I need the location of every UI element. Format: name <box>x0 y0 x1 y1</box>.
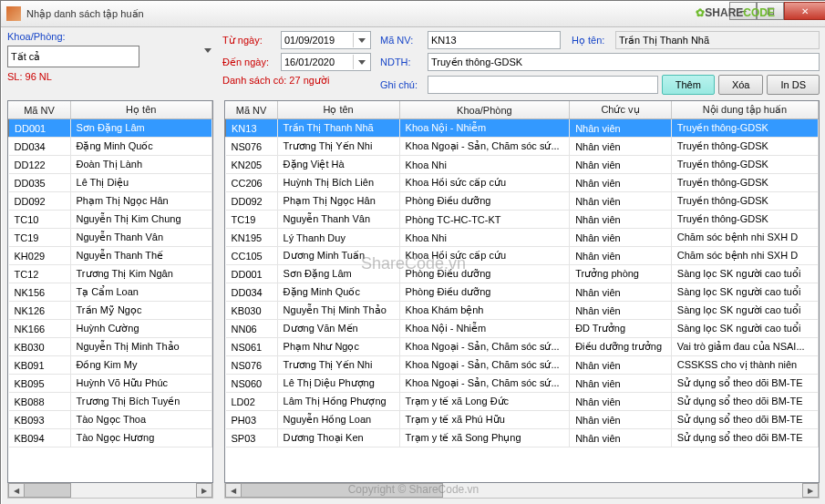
table-row[interactable]: DD092Phạm Thị Ngọc Hân <box>9 192 212 211</box>
xoa-button[interactable]: Xóa <box>718 75 764 95</box>
hoten-label: Họ tên: <box>572 35 612 46</box>
table-row[interactable]: DD001Sơn Đặng Lâm <box>9 119 212 138</box>
table-row[interactable]: KB094Tào Ngọc Hương <box>9 429 212 447</box>
staff-grid[interactable]: Mã NVHọ tênDD001Sơn Đặng LâmDD034Đặng Mi… <box>7 100 213 483</box>
col-header[interactable]: Họ tên <box>277 101 399 119</box>
table-row[interactable]: TC12Trương Thị Kim Ngân <box>9 265 212 283</box>
from-date-picker[interactable] <box>281 31 371 49</box>
table-row[interactable]: NS076Trương Thị Yến NhiKhoa Ngoại - Sản,… <box>226 138 819 156</box>
table-row[interactable]: TC10Nguyễn Thị Kim Chung <box>9 211 212 229</box>
table-row[interactable]: NK156Tạ Cẩm Loan <box>9 283 212 302</box>
ghichu-label: Ghi chú: <box>380 79 424 90</box>
col-header[interactable]: Họ tên <box>70 101 211 119</box>
table-row[interactable]: LD02Lâm Thị Hồng PhượngTrạm y tế xã Long… <box>226 393 819 411</box>
table-row[interactable]: KB030Nguyễn Thị Minh Thảo <box>9 338 212 356</box>
scroll-left-icon[interactable]: ◀ <box>8 483 25 498</box>
window-title: Nhập danh sách tập huấn <box>26 8 729 20</box>
to-date-label: Đến ngày: <box>222 57 277 68</box>
manv-label: Mã NV: <box>380 35 424 46</box>
from-date-input[interactable] <box>282 35 353 46</box>
table-row[interactable]: DD034Đặng Minh QuốcPhòng Điều dưỡngNhân … <box>226 283 819 302</box>
staff-grid-wrap: Mã NVHọ tênDD001Sơn Đặng LâmDD034Đặng Mi… <box>7 100 213 499</box>
ndth-input[interactable] <box>428 53 820 71</box>
khoa-phong-label: Khoa/Phòng: <box>7 31 66 42</box>
table-row[interactable]: SP03Dương Thoại KenTrạm y tế xã Song Phụ… <box>226 429 819 447</box>
table-row[interactable]: KB093Tào Ngọc Thoa <box>9 411 212 429</box>
hoten-input <box>615 31 820 49</box>
table-row[interactable]: KB088Trương Thị Bích Tuyền <box>9 393 212 411</box>
titlebar[interactable]: Nhập danh sách tập huấn ✿SHARECODE ─ ☐ ✕ <box>1 1 825 27</box>
list-count-label: Danh sách có: 27 người <box>222 75 329 87</box>
table-row[interactable]: PH03Nguyễn Hồng LoanTrạm y tế xã Phú Hữu… <box>226 411 819 429</box>
table-row[interactable]: NS060Lê Thị Diệu PhượngKhoa Ngoại - Sản,… <box>226 375 819 393</box>
table-row[interactable]: KB091Đồng Kim My <box>9 356 212 375</box>
app-icon <box>6 6 21 21</box>
close-button[interactable]: ✕ <box>784 2 825 20</box>
table-row[interactable]: DD122Đoàn Thị Lành <box>9 156 212 174</box>
grids-area: Mã NVHọ tênDD001Sơn Đặng LâmDD034Đặng Mi… <box>2 100 825 504</box>
table-row[interactable]: NK126Trần Mỹ Ngọc <box>9 302 212 320</box>
table-row[interactable]: NS076Trương Thị Yến NhiKhoa Ngoại - Sản,… <box>226 356 819 375</box>
scroll-thumb[interactable] <box>241 483 443 498</box>
calendar-icon[interactable] <box>353 55 370 69</box>
table-row[interactable]: NN06Dương Văn MếnKhoa Nội - NhiễmĐD Trưở… <box>226 320 819 338</box>
from-date-label: Từ ngày: <box>222 35 277 46</box>
table-row[interactable]: KB095Huỳnh Võ Hữu Phúc <box>9 375 212 393</box>
ndth-label: NDTH: <box>380 57 424 67</box>
to-date-picker[interactable] <box>281 53 371 71</box>
inds-button[interactable]: In DS <box>767 75 820 95</box>
table-row[interactable]: DD092Phạm Thị Ngọc HânPhòng Điều dưỡngNh… <box>226 192 819 211</box>
col-header[interactable]: Khoa/Phòng <box>399 101 570 119</box>
khoa-phong-select-wrap <box>7 46 213 67</box>
dropdown-arrow-icon <box>204 48 211 53</box>
col-header[interactable]: Mã NV <box>226 101 278 119</box>
col-header[interactable]: Nội dung tập huấn <box>671 101 818 119</box>
training-hscroll[interactable]: ◀ ▶ <box>224 483 820 499</box>
scroll-thumb[interactable] <box>24 483 71 498</box>
table-row[interactable]: KN205Đặng Việt HàKhoa NhiNhân viênTruyền… <box>226 156 819 174</box>
table-row[interactable]: NK166Huỳnh Cường <box>9 320 212 338</box>
minimize-button[interactable]: ─ <box>729 2 757 20</box>
calendar-icon[interactable] <box>353 33 370 47</box>
filter-panel: Khoa/Phòng: SL: 96 NL Từ ngày: Đến ngày: <box>2 27 825 100</box>
table-row[interactable]: DD034Đặng Minh Quốc <box>9 138 212 156</box>
table-row[interactable]: DD035Lê Thị Diệu <box>9 174 212 192</box>
app-window: Nhập danh sách tập huấn ✿SHARECODE ─ ☐ ✕… <box>0 0 825 504</box>
content-area: Khoa/Phòng: SL: 96 NL Từ ngày: Đến ngày: <box>2 27 825 504</box>
table-row[interactable]: DD001Sơn Đặng LâmPhòng Điều dưỡngTrưởng … <box>226 265 819 283</box>
maximize-button[interactable]: ☐ <box>757 2 784 20</box>
table-row[interactable]: TC19Nguyễn Thanh Vân <box>9 229 212 247</box>
scroll-right-icon[interactable]: ▶ <box>196 483 212 498</box>
table-row[interactable]: KN195Lý Thanh DuyKhoa NhiNhân viênChăm s… <box>226 229 819 247</box>
form-panel: Mã NV: Họ tên: NDTH: Ghi chú: Thêm Xóa I… <box>380 31 820 98</box>
table-row[interactable]: NS061Phạm Như NgọcKhoa Ngoại - Sản, Chăm… <box>226 338 819 356</box>
scroll-left-icon[interactable]: ◀ <box>225 483 242 498</box>
window-buttons: ─ ☐ ✕ <box>729 7 825 20</box>
table-row[interactable]: KN13Trần Thị Thanh NhãKhoa Nội - NhiễmNh… <box>226 119 819 138</box>
col-header[interactable]: Mã NV <box>9 101 71 119</box>
table-row[interactable]: TC19Nguyễn Thanh VânPhòng TC-HC-TC-KTNhâ… <box>226 211 819 229</box>
sl-label: SL: 96 NL <box>7 71 52 82</box>
to-date-input[interactable] <box>282 57 353 67</box>
table-row[interactable]: CC206Huỳnh Thị Bích LiênKhoa Hồi sức cấp… <box>226 174 819 192</box>
training-grid[interactable]: Mã NVHọ tênKhoa/PhòngChức vụNội dung tập… <box>224 100 820 483</box>
training-grid-wrap: Mã NVHọ tênKhoa/PhòngChức vụNội dung tập… <box>224 100 820 499</box>
left-filter: Khoa/Phòng: SL: 96 NL <box>7 31 213 98</box>
staff-hscroll[interactable]: ◀ ▶ <box>7 483 213 499</box>
col-header[interactable]: Chức vụ <box>570 101 672 119</box>
manv-input[interactable] <box>428 31 561 49</box>
khoa-phong-select[interactable] <box>7 46 139 67</box>
table-row[interactable]: KH029Nguyễn Thanh Thế <box>9 247 212 265</box>
ghichu-input[interactable] <box>428 76 658 94</box>
date-panel: Từ ngày: Đến ngày: Danh sách có: 27 ngườ… <box>222 31 371 98</box>
scroll-right-icon[interactable]: ▶ <box>802 483 819 498</box>
table-row[interactable]: CC105Dương Minh TuấnKhoa Hồi sức cấp cứu… <box>226 247 819 265</box>
them-button[interactable]: Thêm <box>662 75 715 95</box>
table-row[interactable]: KB030Nguyễn Thị Minh ThảoKhoa Khám bệnhN… <box>226 302 819 320</box>
